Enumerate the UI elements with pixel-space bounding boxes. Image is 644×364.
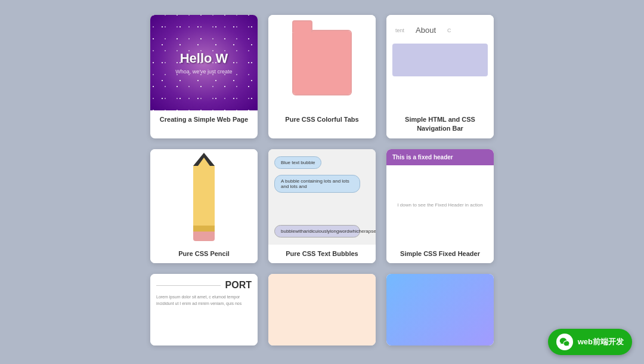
wechat-label: web前端开发 (578, 337, 624, 347)
card-bubbles-label: Pure CSS Text Bubbles (268, 245, 376, 263)
port-line-left (156, 285, 221, 286)
port-title: PORT (225, 280, 252, 291)
wechat-badge[interactable]: web前端开发 (548, 329, 632, 355)
port-body-text: Lorem ipsum dolor sit amet, c elumod tem… (156, 294, 252, 307)
bubbles-preview-area: Blue text bubble A bubble containing lot… (268, 149, 376, 245)
card-pencil-preview (150, 149, 258, 245)
tab-rectangle (292, 30, 352, 95)
pencil-eraser (193, 232, 215, 241)
wechat-icon (556, 334, 573, 350)
card-navbar-label: Simple HTML and CSS Navigation Bar (386, 110, 494, 138)
pencil-tip (193, 153, 215, 166)
card-peach[interactable] (268, 274, 376, 346)
card-port[interactable]: PORT Lorem ipsum dolor sit amet, c elumo… (150, 274, 258, 346)
navbar-preview-area: tent About C (386, 15, 494, 110)
card-fixed-header-label: Simple CSS Fixed Header (386, 245, 494, 263)
pencil-body (193, 166, 215, 226)
card-navbar-preview: tent About C (386, 15, 494, 110)
nav-content-box (392, 44, 488, 76)
blue-preview-area (386, 274, 494, 346)
card-tabs-preview (268, 15, 376, 110)
card-text-bubbles[interactable]: Blue text bubble A bubble containing lot… (268, 149, 376, 263)
peach-preview-area (268, 274, 376, 346)
port-title-row: PORT (156, 280, 252, 291)
fixed-header-scroll-text: I down to see the Fixed Header in action (397, 202, 482, 208)
bubble-2: A bubble containing lots and lots and lo… (274, 175, 360, 193)
card-hello-label: Creating a Simple Web Page (150, 110, 258, 129)
nav-bar-row: tent About C (392, 24, 488, 36)
card-hello-world[interactable]: Hello W Whoa, we've just create Creating… (150, 15, 258, 138)
tab-inner (293, 31, 351, 94)
card-blue-preview (386, 274, 494, 346)
nav-item-about: About (412, 24, 439, 36)
fixed-header-preview-area: This is a fixed header I down to see the… (386, 149, 494, 245)
tabs-preview-area (268, 15, 376, 110)
card-blue[interactable] (386, 274, 494, 346)
card-grid: Hello W Whoa, we've just create Creating… (144, 9, 500, 351)
fixed-header-bar: This is a fixed header (386, 149, 494, 165)
card-hello-preview: Hello W Whoa, we've just create (150, 15, 258, 110)
pencil-shape (193, 153, 215, 241)
hello-world-preview: Hello W Whoa, we've just create (150, 15, 258, 110)
card-port-preview: PORT Lorem ipsum dolor sit amet, c elumo… (150, 274, 258, 346)
card-css-tabs[interactable]: Pure CSS Colorful Tabs (268, 15, 376, 138)
card-pencil-label: Pure CSS Pencil (150, 245, 258, 263)
card-fixed-header-preview: This is a fixed header I down to see the… (386, 149, 494, 245)
card-pencil[interactable]: Pure CSS Pencil (150, 149, 258, 263)
hello-title: Hello W (180, 51, 228, 66)
bubble-3: bubblewitharidicuiouslylongwordwhicherap… (274, 225, 360, 237)
nav-item-c: C (444, 26, 454, 35)
nav-item-tent: tent (392, 26, 407, 35)
fixed-header-body: I down to see the Fixed Header in action (386, 165, 494, 245)
hello-subtitle: Whoa, we've just create (175, 69, 232, 75)
card-tabs-label: Pure CSS Colorful Tabs (268, 110, 376, 129)
card-peach-preview (268, 274, 376, 346)
port-preview-area: PORT Lorem ipsum dolor sit amet, c elumo… (150, 274, 258, 346)
card-navbar[interactable]: tent About C Simple HTML and CSS Navigat… (386, 15, 494, 138)
card-bubbles-preview: Blue text bubble A bubble containing lot… (268, 149, 376, 245)
bubble-1: Blue text bubble (274, 156, 321, 169)
pencil-preview-area (150, 149, 258, 245)
card-fixed-header[interactable]: This is a fixed header I down to see the… (386, 149, 494, 263)
pencil-eraser-band (193, 226, 215, 232)
